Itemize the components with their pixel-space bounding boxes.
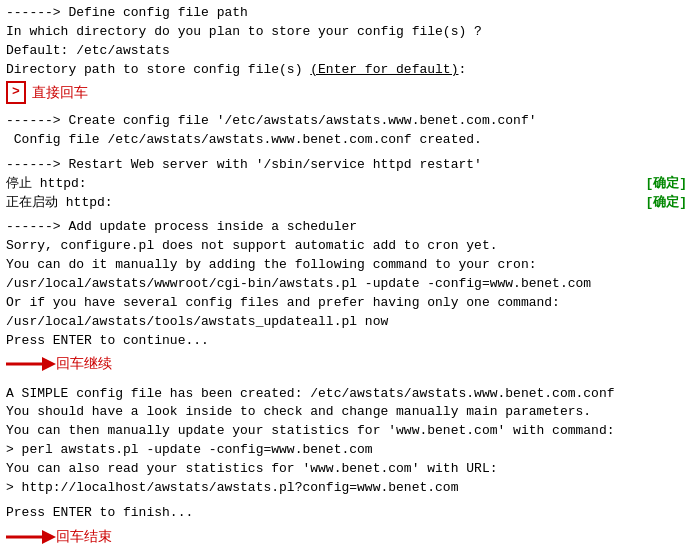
terminal-window: ------> Define config file path In which… (0, 0, 693, 544)
line-perl-cmd: > perl awstats.pl -update -config=www.be… (6, 441, 687, 460)
continue-arrow-block: 回车继续 (6, 354, 687, 374)
prompt-block: > 直接回车 (6, 81, 687, 104)
line-default-path: Default: /etc/awstats (6, 42, 687, 61)
line-which-dir: In which directory do you plan to store … (6, 23, 687, 42)
finish-arrow-block: 回车结束 (6, 527, 687, 544)
continue-arrow-icon (6, 357, 56, 371)
finish-arrow-icon (6, 530, 56, 544)
line-press-enter-finish: Press ENTER to finish... (6, 504, 687, 523)
start-httpd-text: 正在启动 httpd: (6, 194, 113, 213)
line-updateall: /usr/local/awstats/tools/awstats_updatea… (6, 313, 687, 332)
stop-httpd-line: 停止 httpd: [确定] (6, 175, 687, 194)
line-create-config: ------> Create config file '/etc/awstats… (6, 112, 687, 131)
stop-httpd-ok: [确定] (645, 175, 687, 194)
line-config-created: Config file /etc/awstats/awstats.www.ben… (6, 131, 687, 150)
start-httpd-ok: [确定] (645, 194, 687, 213)
line-also-read: You can also read your statistics for 'w… (6, 460, 687, 479)
enter-default-label: (Enter for default) (310, 62, 458, 77)
line-add-update: ------> Add update process inside a sche… (6, 218, 687, 237)
line-manually: You can do it manually by adding the fol… (6, 256, 687, 275)
prompt-box: > (6, 81, 26, 104)
line-sorry: Sorry, configure.pl does not support aut… (6, 237, 687, 256)
line-restart-header: ------> Restart Web server with '/sbin/s… (6, 156, 687, 175)
line-define-config: ------> Define config file path (6, 4, 687, 23)
line-or-if: Or if you have several config files and … (6, 294, 687, 313)
line-cgi-bin: /usr/local/awstats/wwwroot/cgi-bin/awsta… (6, 275, 687, 294)
line-simple-config: A SIMPLE config file has been created: /… (6, 385, 687, 404)
line-dir-prompt: Directory path to store config file(s) (… (6, 61, 687, 80)
continue-label: 回车继续 (56, 354, 112, 374)
direct-enter-label: 直接回车 (32, 83, 88, 103)
line-press-enter-continue: Press ENTER to continue... (6, 332, 687, 351)
line-url: > http://localhost/awstats/awstats.pl?co… (6, 479, 687, 498)
line-manually-update: You can then manually update your statis… (6, 422, 687, 441)
start-httpd-line: 正在启动 httpd: [确定] (6, 194, 687, 213)
stop-httpd-text: 停止 httpd: (6, 175, 87, 194)
line-look-inside: You should have a look inside to check a… (6, 403, 687, 422)
finish-label: 回车结束 (56, 527, 112, 544)
